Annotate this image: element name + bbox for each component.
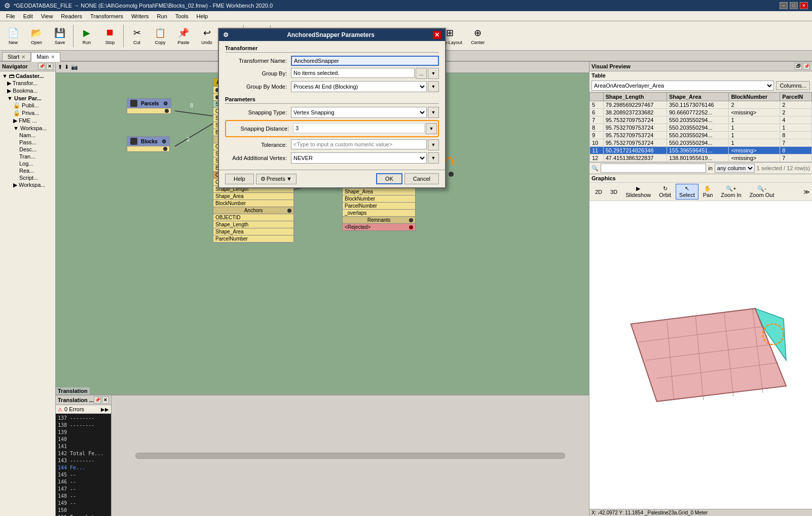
tab-start[interactable]: Start ✕ <box>2 52 31 61</box>
col-block-number[interactable]: BlockNumber <box>729 93 780 101</box>
slideshow-btn[interactable]: ▶ Slideshow <box>622 184 654 200</box>
tab-main-close[interactable]: ✕ <box>51 54 55 60</box>
menu-run[interactable]: Run <box>153 12 171 20</box>
navigator-pin-button[interactable]: 📌 <box>38 63 45 70</box>
table-row[interactable]: 7 95.7532709753724 550.203550294... 1 4 <box>590 116 812 124</box>
group-by-mode-select[interactable]: Process At End (Blocking) <box>291 81 427 92</box>
menu-readers[interactable]: Readers <box>57 12 86 20</box>
table-row[interactable]: 12 47.4151386322837 138.801955619... <mi… <box>590 154 812 162</box>
menu-tools[interactable]: Tools <box>171 12 193 20</box>
parcels-node[interactable]: Parcels ⚙ <box>127 98 171 114</box>
nav-item-fme[interactable]: ▶ FME ... <box>1 117 54 125</box>
canvas-hscroll[interactable] <box>112 395 589 516</box>
parcels-settings-icon[interactable]: ⚙ <box>163 101 168 106</box>
table-row[interactable]: 9 95.7532709753724 550.203550294... 1 8 <box>590 132 812 139</box>
tolerance-dropdown-btn[interactable]: ▼ <box>428 139 439 150</box>
col-shape-area[interactable]: Shape_Area <box>667 93 728 101</box>
menu-writers[interactable]: Writers <box>127 12 153 20</box>
parcels-output-port[interactable] <box>127 108 171 114</box>
canvas-tool-camera[interactable]: 📷 <box>71 64 78 70</box>
nav-item-transform[interactable]: ▶ Transfor... <box>1 80 54 87</box>
table-row[interactable]: 6 38.2089237233682 90.6660772252... <mis… <box>590 109 812 116</box>
vp-pin-btn[interactable]: 📌 <box>803 63 810 70</box>
hscroll-track[interactable] <box>135 453 565 459</box>
anchors-port[interactable]: Anchors <box>213 207 294 214</box>
log-144[interactable]: 144 Fe... <box>57 464 110 471</box>
help-button[interactable]: Help <box>225 174 254 184</box>
col-rownum[interactable] <box>590 93 604 101</box>
presets-button[interactable]: ⚙ Presets ▼ <box>256 174 297 184</box>
nav-item-cadaster[interactable]: ▼ 🗃 Cadaster... <box>1 72 54 80</box>
nav-item-user-par[interactable]: ▼ User Par... <box>1 95 54 102</box>
group-by-dropdown-button[interactable]: ▼ <box>428 68 439 79</box>
menu-edit[interactable]: Edit <box>19 12 37 20</box>
log-pin-btn[interactable]: 📌 <box>94 396 101 404</box>
error-expand[interactable]: ▶▶ <box>101 407 109 412</box>
nav-item-tran[interactable]: Tran... <box>1 153 54 160</box>
anchored-snapper-dialog[interactable]: ⚙ AnchoredSnapper Parameters ✕ Transform… <box>218 28 446 188</box>
collapsed-blocknum[interactable]: BlockNumber <box>213 200 294 207</box>
col-parcel-n[interactable]: ParcelN <box>780 93 812 101</box>
nav-item-script[interactable]: Script... <box>1 174 54 181</box>
rejected-port[interactable]: <Rejected> <box>342 224 416 231</box>
snapping-distance-dropdown-btn[interactable]: ▼ <box>426 123 437 134</box>
group-by-mode-dropdown-btn[interactable]: ▼ <box>428 81 439 92</box>
tab-main[interactable]: Main ✕ <box>31 52 60 62</box>
nav-item-bookmarks[interactable]: ▶ Bookma... <box>1 87 54 95</box>
dialog-close-button[interactable]: ✕ <box>433 31 441 39</box>
vp-restore-btn[interactable]: 🗗 <box>795 63 802 70</box>
blocks-settings-icon[interactable]: ⚙ <box>162 139 166 144</box>
paste-button[interactable]: 📌 Paste <box>172 23 195 49</box>
group-by-browse-button[interactable]: ... <box>416 68 427 79</box>
graphics-expand-icon[interactable]: ≫ <box>803 188 810 195</box>
log-content[interactable]: 137 -------- 138 -------- 139 140 141 14… <box>56 414 111 516</box>
blocks-output-port[interactable] <box>127 146 170 152</box>
open-button[interactable]: 📂 Open <box>25 23 48 49</box>
graphics-3d-btn[interactable]: 3D <box>607 187 621 196</box>
snapping-distance-input[interactable] <box>293 123 425 133</box>
nav-item-log[interactable]: Log... <box>1 160 54 167</box>
log-close-btn[interactable]: ✕ <box>102 396 109 404</box>
tab-start-close[interactable]: ✕ <box>21 54 25 60</box>
anchors-parcelnum[interactable]: ParcelNumber <box>213 235 294 243</box>
nav-item-publi[interactable]: 🔓 Publi... <box>1 102 54 109</box>
canvas-tool-up[interactable]: ⬆ <box>58 64 62 70</box>
nav-item-nam[interactable]: Nam... <box>1 132 54 139</box>
stop-button[interactable]: ⏹ Stop <box>99 23 121 49</box>
collapsed-shapearea[interactable]: Shape_Area <box>213 193 294 200</box>
cancel-button[interactable]: Cancel <box>404 173 439 184</box>
nav-item-desc[interactable]: Desc... <box>1 146 54 153</box>
select-graphics-btn[interactable]: ↖ Select <box>676 184 698 200</box>
anchors-objectid[interactable]: OBJECTID <box>213 214 294 221</box>
table-row[interactable]: 8 95.7532709753724 550.203550294... 1 1 <box>590 124 812 132</box>
graphics-canvas[interactable] <box>589 201 812 509</box>
menu-file[interactable]: File <box>2 12 19 20</box>
area-blocknum[interactable]: BlockNumber <box>342 195 416 203</box>
area-shapearea[interactable]: Shape_Area <box>342 188 416 195</box>
table-row-selected[interactable]: 11 50.2917214826348 155.396596451... <mi… <box>590 147 812 154</box>
anchors-shapelen[interactable]: Shape_Length <box>213 221 294 228</box>
nav-item-workspa1[interactable]: ▼ Workspa... <box>1 125 54 132</box>
canvas-tool-down[interactable]: ⬇ <box>64 64 69 70</box>
navigator-close-button[interactable]: ✕ <box>46 63 53 70</box>
minimize-button[interactable]: − <box>780 2 788 9</box>
anchors-shapearea[interactable]: Shape_Area <box>213 228 294 235</box>
copy-button[interactable]: 📋 Copy <box>149 23 171 49</box>
area-overlaps[interactable]: _overlaps <box>342 210 416 217</box>
close-button[interactable]: ✕ <box>800 2 808 9</box>
columns-button[interactable]: Columns... <box>776 81 810 90</box>
menu-view[interactable]: View <box>37 12 57 20</box>
ok-button[interactable]: OK <box>376 173 402 184</box>
maximize-button[interactable]: □ <box>790 2 798 9</box>
nav-item-priva[interactable]: 🔒 Priva... <box>1 109 54 117</box>
menu-help[interactable]: Help <box>192 12 212 20</box>
run-button[interactable]: ▶ Run <box>76 23 98 49</box>
nav-item-workspa2[interactable]: ▶ Workspa... <box>1 181 54 189</box>
snapping-type-dropdown-btn[interactable]: ▼ <box>428 107 439 118</box>
zoom-in-btn[interactable]: 🔍+ Zoom In <box>717 184 745 200</box>
zoom-out-btn[interactable]: 🔍- Zoom Out <box>746 184 778 200</box>
orbit-btn[interactable]: ↻ Orbit <box>655 184 675 200</box>
table-scroll[interactable]: Shape_Length Shape_Area BlockNumber Parc… <box>589 92 812 162</box>
table-row[interactable]: 10 95.7532709753724 550.203550294... 1 7 <box>590 139 812 147</box>
table-row[interactable]: 5 79.2985692297467 350.11573076146 2 2 <box>590 101 812 109</box>
